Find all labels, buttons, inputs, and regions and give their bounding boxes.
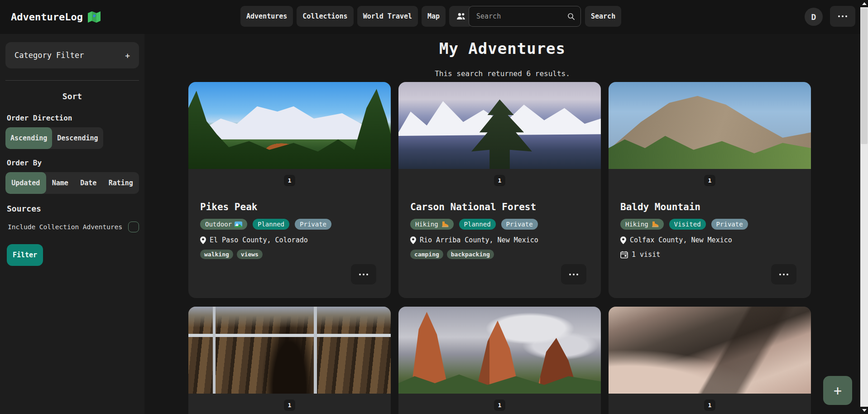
page-title: My Adventures <box>144 39 860 58</box>
location-row: El Paso County, Colorado <box>200 236 379 244</box>
image-count-badge: 1 <box>284 175 295 186</box>
order-by-name[interactable]: Name <box>46 172 74 194</box>
badge-row: HikingVisitedPrivate <box>620 219 799 230</box>
card-more-button[interactable] <box>351 264 376 284</box>
order-by-control: Updated Name Date Rating <box>5 172 139 194</box>
scrollbar-up-button[interactable] <box>860 0 868 7</box>
search-icon <box>567 13 575 20</box>
adventure-title[interactable]: Pikes Peak <box>200 202 379 212</box>
location-row: Rio Arriba County, New Mexico <box>410 236 589 244</box>
location-row: Colfax County, New Mexico <box>620 236 799 244</box>
adventure-card[interactable]: 1Carson National ForestHikingPlannedPriv… <box>398 82 601 298</box>
location-text: Rio Arriba County, New Mexico <box>420 236 538 244</box>
include-collection-checkbox[interactable] <box>128 221 139 232</box>
main-content: My Adventures This search returned 6 res… <box>144 34 860 414</box>
sidebar-divider <box>5 80 139 81</box>
category-filter-label: Category Filter <box>14 51 84 60</box>
adventure-title[interactable]: Baldy Mountain <box>620 202 799 212</box>
order-direction-ascending[interactable]: Ascending <box>5 127 52 149</box>
arrow-down-icon <box>862 409 867 412</box>
adventure-photo[interactable] <box>188 307 391 394</box>
card-body: Carson National ForestHikingPlannedPriva… <box>398 186 601 259</box>
card-more-button[interactable] <box>561 264 586 284</box>
nav-map[interactable]: Map <box>422 6 446 27</box>
image-count-badge: 1 <box>704 175 715 186</box>
order-direction-label: Order Direction <box>7 114 139 122</box>
filter-button[interactable]: Filter <box>7 244 43 266</box>
order-direction-control: Ascending Descending <box>5 127 103 149</box>
tag-row: walkingviews <box>200 250 379 259</box>
national-park-icon <box>235 221 242 227</box>
location-text: Colfax County, New Mexico <box>630 236 732 244</box>
scrollbar-thumb[interactable] <box>861 8 868 144</box>
badge-row: OutdoorPlannedPrivate <box>200 219 379 230</box>
scrollbar[interactable] <box>860 0 868 414</box>
pin-icon <box>200 236 206 244</box>
image-count-badge: 1 <box>494 400 505 411</box>
image-count-badge: 1 <box>494 175 505 186</box>
adventure-card[interactable]: 1 <box>398 307 601 414</box>
hiking-boot-icon <box>651 221 659 227</box>
tag-row: campingbackpacking <box>410 250 589 259</box>
scrollbar-down-button[interactable] <box>860 407 868 414</box>
ellipsis-icon <box>569 274 578 275</box>
include-collection-label: Include Collection Adventures <box>8 223 122 231</box>
arrow-up-icon <box>862 2 867 5</box>
adventure-card[interactable]: 1Baldy MountainHikingVisitedPrivateColfa… <box>609 82 811 298</box>
adventure-card[interactable]: 1 <box>609 307 811 414</box>
card-body: Baldy MountainHikingVisitedPrivateColfax… <box>609 186 811 259</box>
category-badge: Hiking <box>410 219 454 230</box>
tag-pill: backpacking <box>447 250 494 259</box>
avatar[interactable]: D <box>805 8 823 26</box>
tag-pill: camping <box>410 250 443 259</box>
ellipsis-icon <box>359 274 368 275</box>
pin-icon <box>620 236 626 244</box>
adventure-card[interactable]: 1Pikes PeakOutdoorPlannedPrivateEl Paso … <box>188 82 391 298</box>
card-more-button[interactable] <box>771 264 796 284</box>
visibility-badge: Private <box>711 219 748 230</box>
status-badge: Planned <box>253 219 289 230</box>
adventure-photo[interactable] <box>398 307 601 394</box>
calendar-icon <box>620 251 628 259</box>
app-logo[interactable]: AdventureLog <box>11 0 101 34</box>
adventure-photo[interactable] <box>609 82 811 169</box>
adventure-photo[interactable] <box>188 82 391 169</box>
order-by-rating[interactable]: Rating <box>103 172 139 194</box>
category-badge: Outdoor <box>200 219 247 230</box>
order-by-label: Order By <box>7 159 139 167</box>
visibility-badge: Private <box>501 219 538 230</box>
adventure-title[interactable]: Carson National Forest <box>410 202 589 212</box>
tag-pill: views <box>237 250 263 259</box>
navbar: AdventureLog Adventures Collections Worl… <box>0 0 860 34</box>
visits-row: 1 visit <box>620 250 799 259</box>
card-body: Pikes PeakOutdoorPlannedPrivateEl Paso C… <box>188 186 391 259</box>
navbar-more-button[interactable] <box>830 6 855 27</box>
nav-world-travel[interactable]: World Travel <box>357 6 418 27</box>
nav-collections[interactable]: Collections <box>297 6 353 27</box>
status-badge: Planned <box>459 219 496 230</box>
adventure-photo[interactable] <box>609 307 811 394</box>
ellipsis-icon <box>779 274 788 275</box>
primary-nav: Adventures Collections World Travel Map <box>240 6 473 27</box>
location-text: El Paso County, Colorado <box>210 236 308 244</box>
search-button[interactable]: Search <box>585 6 621 27</box>
pin-icon <box>410 236 416 244</box>
include-collection-row: Include Collection Adventures <box>5 221 139 232</box>
order-by-updated[interactable]: Updated <box>5 172 46 194</box>
nav-adventures[interactable]: Adventures <box>240 6 293 27</box>
add-adventure-button[interactable]: + <box>823 376 852 405</box>
search-input[interactable] <box>469 12 567 20</box>
visibility-badge: Private <box>295 219 331 230</box>
image-count-badge: 1 <box>284 400 295 411</box>
category-filter-toggle[interactable]: Category Filter + <box>5 42 139 68</box>
order-by-date[interactable]: Date <box>74 172 102 194</box>
order-direction-descending[interactable]: Descending <box>52 127 103 149</box>
adventure-photo[interactable] <box>398 82 601 169</box>
status-badge: Visited <box>669 219 706 230</box>
adventure-card[interactable]: 1 <box>188 307 391 414</box>
visits-text: 1 visit <box>632 250 660 259</box>
adventure-grid: 1Pikes PeakOutdoorPlannedPrivateEl Paso … <box>188 82 811 414</box>
tag-pill: walking <box>200 250 233 259</box>
results-text: This search returned 6 results. <box>144 69 860 78</box>
plus-icon: + <box>834 383 842 399</box>
